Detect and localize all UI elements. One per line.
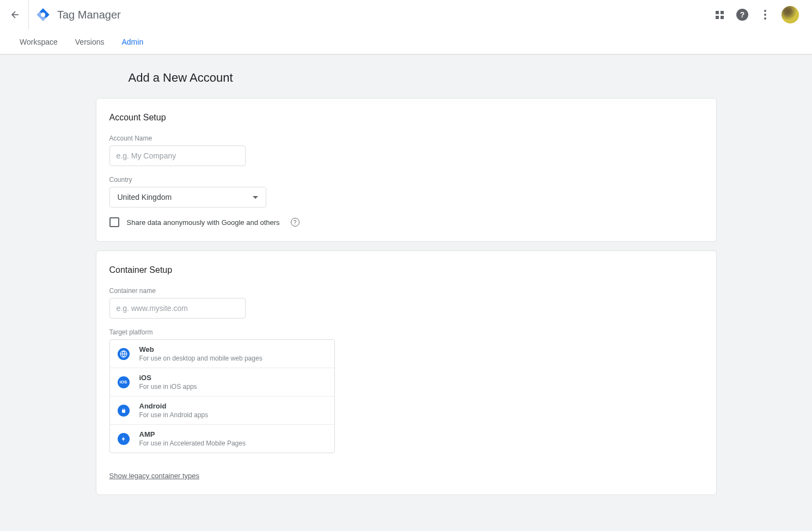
container-setup-title: Container Setup	[109, 265, 703, 275]
platform-list: Web For use on desktop and mobile web pa…	[109, 339, 335, 453]
globe-icon	[118, 348, 130, 360]
more-vertical-icon	[764, 10, 766, 20]
gtm-logo-icon	[35, 7, 51, 22]
svg-point-2	[123, 408, 123, 409]
country-label: Country	[109, 176, 703, 184]
arrow-left-icon	[10, 9, 21, 20]
content-area: Add a New Account Account Setup Account …	[0, 54, 812, 520]
container-name-field: Container name	[109, 287, 703, 319]
country-select[interactable]: United Kingdom	[109, 187, 266, 207]
app-title: Tag Manager	[57, 9, 121, 21]
svg-point-3	[124, 408, 125, 409]
ios-icon: iOS	[118, 376, 130, 388]
back-button[interactable]	[9, 8, 22, 21]
page-title: Add a New Account	[129, 71, 717, 85]
tab-workspace[interactable]: Workspace	[11, 29, 66, 54]
help-icon: ?	[736, 9, 748, 21]
help-button[interactable]: ?	[736, 8, 749, 21]
platform-option-ios[interactable]: iOS iOS For use in iOS apps	[110, 368, 334, 396]
platform-desc: For use in Accelerated Mobile Pages	[139, 440, 246, 447]
platform-option-android[interactable]: Android For use in Android apps	[110, 396, 334, 424]
svg-point-0	[41, 13, 45, 17]
more-button[interactable]	[759, 8, 772, 21]
chevron-down-icon	[253, 196, 258, 199]
account-name-label: Account Name	[109, 135, 703, 142]
platform-desc: For use in Android apps	[139, 411, 209, 419]
account-name-field: Account Name	[109, 135, 703, 166]
share-data-label: Share data anonymously with Google and o…	[127, 218, 280, 227]
vertical-divider	[28, 0, 29, 29]
account-setup-card: Account Setup Account Name Country Unite…	[96, 98, 717, 242]
share-data-row: Share data anonymously with Google and o…	[109, 217, 703, 227]
platform-title: Web	[139, 345, 262, 353]
platform-title: AMP	[139, 430, 246, 438]
amp-icon	[118, 433, 130, 445]
container-name-label: Container name	[109, 287, 703, 295]
tab-admin[interactable]: Admin	[113, 29, 152, 54]
show-legacy-link[interactable]: Show legacy container types	[109, 472, 199, 480]
android-icon	[118, 405, 130, 417]
country-value: United Kingdom	[118, 193, 172, 202]
help-tooltip-icon[interactable]: ?	[291, 218, 300, 227]
platform-option-web[interactable]: Web For use on desktop and mobile web pa…	[110, 340, 334, 368]
apps-button[interactable]	[713, 8, 726, 21]
platform-option-amp[interactable]: AMP For use in Accelerated Mobile Pages	[110, 424, 334, 453]
container-setup-card: Container Setup Container name Target pl…	[96, 251, 717, 495]
platform-desc: For use in iOS apps	[139, 383, 197, 390]
top-bar: Tag Manager ?	[0, 0, 812, 29]
avatar[interactable]	[782, 6, 799, 23]
account-name-input[interactable]	[109, 145, 246, 166]
target-platform-field: Target platform Web For use on desktop a…	[109, 328, 703, 453]
tab-bar: Workspace Versions Admin	[0, 29, 812, 54]
apps-grid-icon	[716, 11, 724, 19]
container-name-input[interactable]	[109, 298, 246, 319]
platform-desc: For use on desktop and mobile web pages	[139, 355, 262, 362]
platform-title: iOS	[139, 374, 197, 382]
tab-versions[interactable]: Versions	[66, 29, 113, 54]
platform-title: Android	[139, 402, 209, 410]
country-field: Country United Kingdom	[109, 176, 703, 207]
target-platform-label: Target platform	[109, 328, 703, 336]
share-data-checkbox[interactable]	[109, 217, 119, 227]
account-setup-title: Account Setup	[109, 113, 703, 123]
